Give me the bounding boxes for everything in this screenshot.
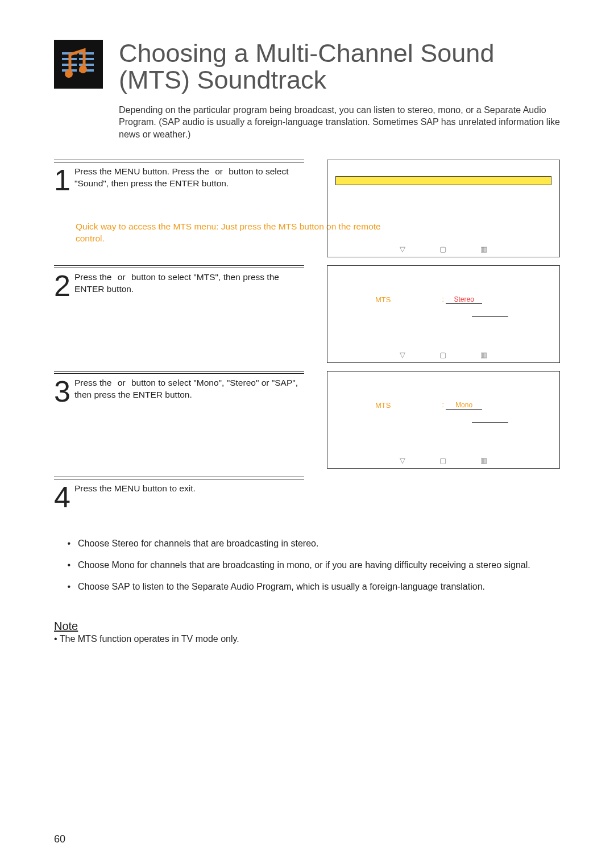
mts-label: MTS — [375, 295, 391, 304]
svg-point-8 — [65, 70, 73, 78]
tip-mono: Choose Mono for channels that are broadc… — [76, 558, 560, 572]
tip-stereo: Choose Stereo for channels that are broa… — [76, 537, 560, 550]
down-icon: ▽ — [400, 350, 405, 359]
step-4-text: Press the MENU button to exit. — [74, 483, 196, 511]
pip-icon: ▢ — [439, 245, 446, 253]
step-2-text: Press the or button to select "MTS", the… — [74, 272, 304, 299]
svg-rect-4 — [79, 52, 94, 55]
mts-value-stereo: Stereo — [446, 295, 482, 304]
intro-paragraph: Depending on the particular program bein… — [119, 104, 560, 141]
down-icon: ▽ — [400, 456, 405, 465]
bars-icon: ▥ — [480, 245, 487, 253]
mts-label: MTS — [375, 401, 391, 410]
note-body: The MTS function operates in TV mode onl… — [54, 634, 560, 644]
step-number-2: 2 — [54, 272, 71, 299]
pip-icon: ▢ — [439, 456, 446, 465]
step-number-4: 4 — [54, 483, 71, 511]
step-1-text: Press the MENU button. Press the or butt… — [74, 166, 304, 194]
page-title: Choosing a Multi-Channel Sound (MTS) Sou… — [119, 40, 560, 94]
sound-section-icon — [54, 40, 103, 89]
svg-point-9 — [79, 65, 87, 73]
tips-list: Choose Stereo for channels that are broa… — [76, 537, 560, 594]
bars-icon: ▥ — [480, 350, 487, 359]
step-number-3: 3 — [54, 377, 71, 405]
osd-screenshot-1: ▽ ▢ ▥ — [327, 160, 560, 257]
svg-rect-5 — [79, 58, 94, 60]
tip-sap: Choose SAP to listen to the Separate Aud… — [76, 580, 560, 594]
osd-screenshot-2: MTS : Stereo ▽ ▢ ▥ — [327, 265, 560, 363]
svg-rect-6 — [79, 64, 94, 66]
note-heading: Note — [54, 620, 560, 633]
page-number: 60 — [54, 833, 65, 845]
step-number-1: 1 — [54, 166, 71, 194]
bars-icon: ▥ — [480, 456, 487, 465]
pip-icon: ▢ — [439, 350, 446, 359]
osd-screenshot-3: MTS : Mono ▽ ▢ ▥ — [327, 371, 560, 469]
step-3-text: Press the or button to select "Mono", "S… — [74, 377, 304, 405]
down-icon: ▽ — [400, 245, 405, 253]
mts-value-mono: Mono — [446, 401, 482, 410]
